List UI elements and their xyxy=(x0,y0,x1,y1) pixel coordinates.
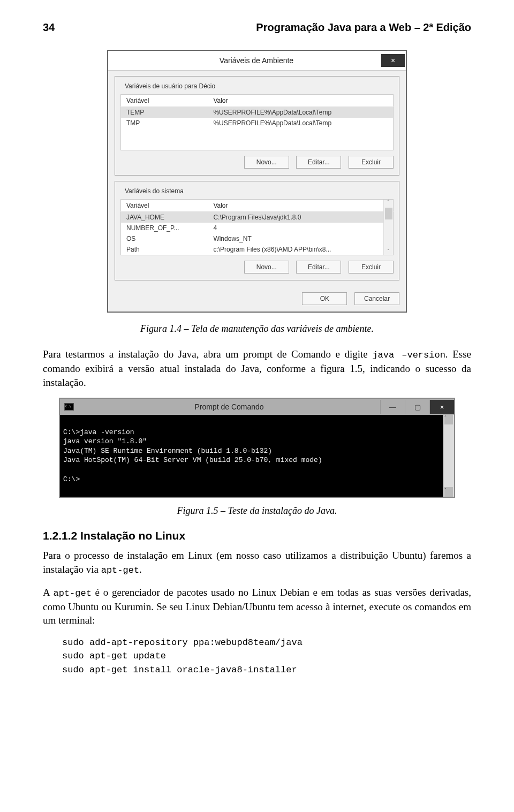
system-vars-group: Variáveis do sistema Variável Valor JAVA… xyxy=(115,181,399,280)
col-header-variable: Variável xyxy=(121,200,208,212)
cmd-output: C:\>java -version java version "1.8.0" J… xyxy=(60,415,443,497)
inline-code: apt-get xyxy=(53,588,91,598)
cell-val: %USERPROFILE%\AppData\Local\Temp xyxy=(208,107,393,118)
close-icon[interactable]: × xyxy=(381,54,405,67)
paragraph-linux-2: A apt-get é o gerenciador de pacotes usa… xyxy=(43,586,471,627)
paragraph-linux-1: Para o processo de instalação em Linux (… xyxy=(43,549,471,577)
command-prompt-window: Prompt de Comando — ▢ × C:\>java -versio… xyxy=(59,398,455,498)
scroll-up-icon[interactable]: ˆ xyxy=(444,415,453,424)
text: Para testarmos a instalação do Java, abr… xyxy=(43,348,372,360)
scroll-down-icon[interactable]: ˇ xyxy=(388,249,389,255)
text: . xyxy=(139,564,142,575)
close-icon[interactable]: × xyxy=(429,400,454,414)
table-row[interactable]: TMP %USERPROFILE%\AppData\Local\Temp xyxy=(121,118,394,128)
table-row[interactable]: Path c:\Program Files (x86)\AMD APP\bin\… xyxy=(121,244,394,255)
cell-var: TMP xyxy=(121,118,208,128)
cell-var: NUMBER_OF_P... xyxy=(121,223,208,233)
new-user-var-button[interactable]: Novo... xyxy=(244,156,289,169)
cmd-scrollbar[interactable]: ˆ ˇ xyxy=(443,415,454,497)
table-row[interactable]: NUMBER_OF_P... 4 xyxy=(121,223,394,233)
user-vars-group: Variáveis de usuário para Décio Variável… xyxy=(115,76,399,176)
user-vars-table[interactable]: Variável Valor TEMP %USERPROFILE%\AppDat… xyxy=(120,94,394,150)
cmd-title: Prompt de Comando xyxy=(78,403,380,411)
cell-var: TEMP xyxy=(121,107,208,118)
terminal-commands: sudo add-apt-repository ppa:webupd8team/… xyxy=(62,636,471,677)
edit-sys-var-button[interactable]: Editar... xyxy=(296,261,341,274)
system-vars-legend: Variáveis do sistema xyxy=(123,187,186,195)
table-row[interactable]: JAVA_HOME C:\Program Files\Java\jdk1.8.0 xyxy=(121,212,394,223)
inline-code: apt-get xyxy=(101,565,139,575)
book-title: Programação Java para a Web – 2ª Edição xyxy=(256,21,471,34)
cmd-titlebar: Prompt de Comando — ▢ × xyxy=(60,399,454,415)
scroll-up-icon[interactable]: ˆ xyxy=(388,200,389,206)
figure-1-4-caption: Figura 1.4 – Tela de manutenção das vari… xyxy=(43,323,471,335)
system-vars-table[interactable]: Variável Valor JAVA_HOME C:\Program File… xyxy=(120,199,394,255)
scroll-thumb[interactable] xyxy=(385,208,392,219)
figure-1-5-caption: Figura 1.5 – Teste da instalação do Java… xyxy=(43,505,471,517)
cmd-icon xyxy=(64,403,74,411)
section-heading-linux-install: 1.2.1.2 Instalação no Linux xyxy=(43,529,471,542)
page-header: 34 Programação Java para a Web – 2ª Ediç… xyxy=(43,21,471,34)
col-header-variable: Variável xyxy=(121,95,208,107)
cell-val: %USERPROFILE%\AppData\Local\Temp xyxy=(208,118,393,128)
cancel-button[interactable]: Cancelar xyxy=(354,292,399,305)
scroll-down-icon[interactable]: ˇ xyxy=(444,487,453,497)
col-header-value: Valor xyxy=(208,95,393,107)
maximize-icon[interactable]: ▢ xyxy=(405,400,429,414)
user-vars-legend: Variáveis de usuário para Décio xyxy=(123,82,217,90)
table-row[interactable]: OS Windows_NT xyxy=(121,233,394,244)
cell-var: OS xyxy=(121,233,208,244)
paragraph-test-install: Para testarmos a instalação do Java, abr… xyxy=(43,347,471,389)
system-vars-scrollbar[interactable]: ˆ ˇ xyxy=(383,200,393,255)
code-line: sudo apt-get update xyxy=(62,649,471,663)
cell-val: c:\Program Files (x86)\AMD APP\bin\x8... xyxy=(208,244,393,255)
code-line: sudo apt-get install oracle-java8-instal… xyxy=(62,663,471,677)
edit-user-var-button[interactable]: Editar... xyxy=(296,156,341,169)
ok-button[interactable]: OK xyxy=(302,292,347,305)
env-vars-dialog: Variáveis de Ambiente × Variáveis de usu… xyxy=(107,50,407,313)
page-number: 34 xyxy=(43,21,55,34)
col-header-value: Valor xyxy=(208,200,393,212)
dialog-titlebar: Variáveis de Ambiente × xyxy=(108,51,406,71)
cell-val: 4 xyxy=(208,223,393,233)
dialog-title: Variáveis de Ambiente xyxy=(132,56,381,65)
minimize-icon[interactable]: — xyxy=(380,400,405,414)
text: A xyxy=(43,587,53,598)
cell-var: JAVA_HOME xyxy=(121,212,208,223)
cell-var: Path xyxy=(121,244,208,255)
new-sys-var-button[interactable]: Novo... xyxy=(244,261,289,274)
table-row[interactable]: TEMP %USERPROFILE%\AppData\Local\Temp xyxy=(121,107,394,118)
cell-val: Windows_NT xyxy=(208,233,393,244)
code-line: sudo add-apt-repository ppa:webupd8team/… xyxy=(62,636,471,650)
inline-code: java –version xyxy=(372,350,445,360)
text: é o gerenciador de pacotes usado no Linu… xyxy=(43,587,471,626)
cell-val: C:\Program Files\Java\jdk1.8.0 xyxy=(208,212,393,223)
delete-sys-var-button[interactable]: Excluir xyxy=(349,261,394,274)
delete-user-var-button[interactable]: Excluir xyxy=(349,156,394,169)
